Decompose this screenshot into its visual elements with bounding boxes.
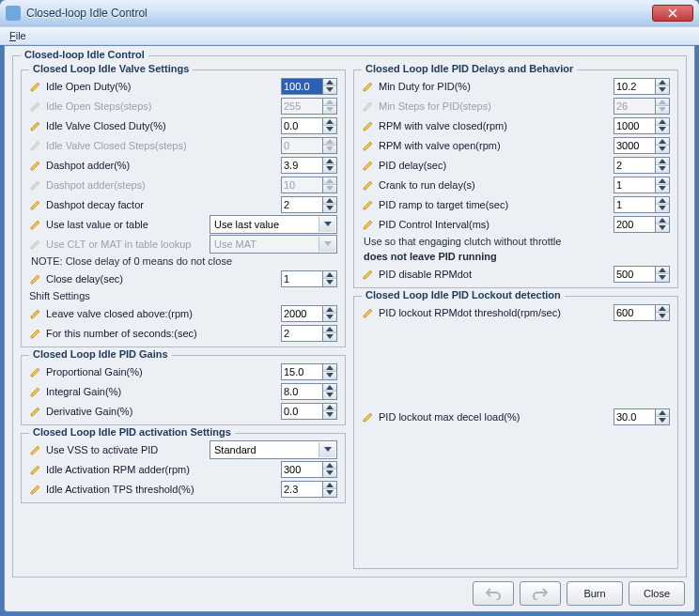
spinner-ramp-time[interactable] xyxy=(614,196,670,213)
spin-down[interactable] xyxy=(323,372,336,379)
row-rpm-adder: Idle Activation RPM adder(rpm) xyxy=(29,459,337,479)
spinner-der-gain[interactable] xyxy=(281,403,337,420)
spin-down[interactable] xyxy=(656,86,669,94)
spin-up[interactable] xyxy=(323,158,336,166)
input-der-gain[interactable] xyxy=(281,403,322,420)
spin-down[interactable] xyxy=(323,392,336,399)
spinner-prop-gain[interactable] xyxy=(281,363,337,380)
spin-down[interactable] xyxy=(656,126,669,133)
window-close-button[interactable] xyxy=(652,5,693,22)
spin-up[interactable] xyxy=(323,271,336,280)
spinner-rpm-closed[interactable] xyxy=(614,117,670,134)
select-use-last[interactable]: Use last value xyxy=(210,215,337,234)
spin-up[interactable] xyxy=(656,79,669,87)
spin-up[interactable] xyxy=(656,177,669,186)
input-prop-gain[interactable] xyxy=(281,363,322,380)
spin-down[interactable] xyxy=(656,417,669,424)
spin-up[interactable] xyxy=(323,462,336,470)
spin-down[interactable] xyxy=(656,274,669,282)
spin-up[interactable] xyxy=(323,364,336,373)
spin-down[interactable] xyxy=(323,126,336,133)
spin-down[interactable] xyxy=(656,146,669,153)
spin-down[interactable] xyxy=(656,165,669,173)
spinner-dashpot-decay[interactable] xyxy=(281,196,337,213)
spin-up[interactable] xyxy=(323,306,336,315)
input-disable-rpmdot[interactable] xyxy=(614,266,655,283)
spin-up[interactable] xyxy=(323,384,336,393)
spin-down[interactable] xyxy=(323,470,336,477)
spinner-interval[interactable] xyxy=(614,216,670,233)
input-crank-run[interactable] xyxy=(614,177,655,193)
input-idle-open-duty[interactable] xyxy=(281,78,322,95)
menu-file[interactable]: File xyxy=(6,28,30,43)
spinner-crank-run[interactable] xyxy=(614,177,670,193)
close-button[interactable]: Close xyxy=(629,581,685,606)
undo-button[interactable] xyxy=(473,581,514,606)
columns: Closed Loop Idle Valve Settings Idle Ope… xyxy=(21,66,678,573)
spinner-int-gain[interactable] xyxy=(281,383,337,400)
input-dashpot-pct[interactable] xyxy=(281,157,322,174)
right-column: Closed Loop Idle PID Delays and Behavior… xyxy=(353,66,678,573)
spin-up[interactable] xyxy=(656,158,669,166)
redo-button[interactable] xyxy=(520,581,561,606)
spin-up[interactable] xyxy=(656,197,669,206)
select-use-vss[interactable]: Standard xyxy=(210,440,337,459)
spin-down[interactable] xyxy=(656,185,669,192)
spinner-for-seconds[interactable] xyxy=(281,325,337,342)
input-leave-valve[interactable] xyxy=(281,305,322,322)
spin-down[interactable] xyxy=(323,314,336,321)
spinner-lockout-max-decel[interactable] xyxy=(614,408,670,425)
spinner-pid-delay[interactable] xyxy=(614,157,670,174)
spin-up[interactable] xyxy=(656,138,669,146)
spin-down[interactable] xyxy=(323,165,336,173)
spinner-tps-thresh[interactable] xyxy=(281,481,337,498)
spin-down[interactable] xyxy=(323,411,336,419)
input-interval[interactable] xyxy=(614,216,655,233)
input-tps-thresh[interactable] xyxy=(281,481,322,498)
spin-up[interactable] xyxy=(323,404,336,412)
input-for-seconds[interactable] xyxy=(281,325,322,342)
spin-up[interactable] xyxy=(656,118,669,127)
input-rpm-adder[interactable] xyxy=(281,461,322,478)
input-lockout-thresh[interactable] xyxy=(614,304,655,321)
spin-down[interactable] xyxy=(323,333,336,341)
spinner-lockout-thresh[interactable] xyxy=(614,304,670,321)
spinner-rpm-adder[interactable] xyxy=(281,461,337,478)
spin-down[interactable] xyxy=(656,205,669,212)
spinner-idle-open-duty[interactable] xyxy=(281,78,337,95)
input-lockout-max-decel[interactable] xyxy=(614,408,655,425)
spin-down[interactable] xyxy=(323,86,336,94)
spin-up[interactable] xyxy=(656,217,669,225)
client-area: Closed-loop Idle Control Closed Loop Idl… xyxy=(4,45,695,612)
input-rpm-open[interactable] xyxy=(614,137,655,154)
spinner-min-duty[interactable] xyxy=(614,78,670,95)
input-dashpot-decay[interactable] xyxy=(281,196,322,213)
spin-down[interactable] xyxy=(323,279,336,286)
spin-up[interactable] xyxy=(323,326,336,334)
spin-down[interactable] xyxy=(323,489,336,497)
input-ramp-time[interactable] xyxy=(614,196,655,213)
spinner-idle-closed-duty[interactable] xyxy=(281,117,337,134)
spinner-dashpot-pct[interactable] xyxy=(281,157,337,174)
spinner-rpm-open[interactable] xyxy=(614,137,670,154)
input-int-gain[interactable] xyxy=(281,383,322,400)
spin-up[interactable] xyxy=(656,267,669,275)
spin-up[interactable] xyxy=(323,197,336,206)
spin-up[interactable] xyxy=(656,409,669,418)
spin-up[interactable] xyxy=(656,305,669,314)
spin-down[interactable] xyxy=(323,205,336,212)
spinner-close-delay[interactable] xyxy=(281,270,337,287)
burn-button[interactable]: Burn xyxy=(567,581,623,606)
input-rpm-closed[interactable] xyxy=(614,117,655,134)
input-idle-closed-duty[interactable] xyxy=(281,117,322,134)
spinner-disable-rpmdot[interactable] xyxy=(614,266,670,283)
spin-down[interactable] xyxy=(656,224,669,232)
input-pid-delay[interactable] xyxy=(614,157,655,174)
spin-up[interactable] xyxy=(323,482,336,490)
input-min-duty[interactable] xyxy=(614,78,655,95)
spinner-leave-valve[interactable] xyxy=(281,305,337,322)
spin-up[interactable] xyxy=(323,79,336,87)
spin-up[interactable] xyxy=(323,118,336,127)
spin-down[interactable] xyxy=(656,313,669,320)
input-close-delay[interactable] xyxy=(281,270,322,287)
